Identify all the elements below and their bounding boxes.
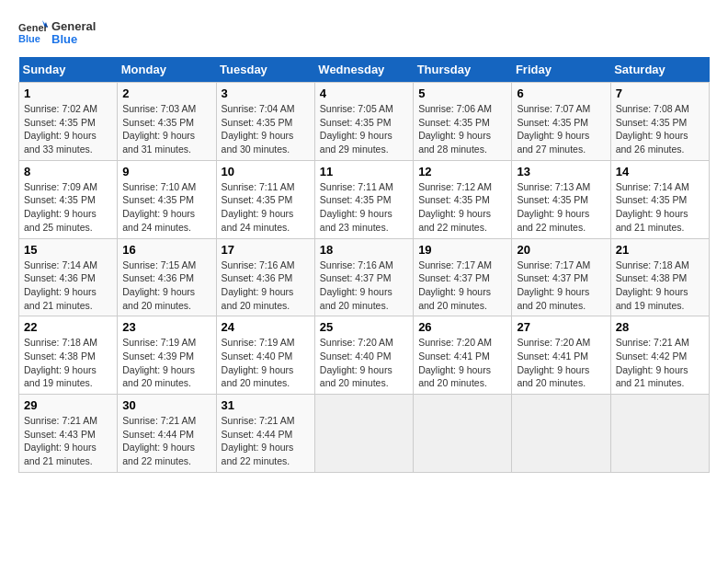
calendar-day: 28Sunrise: 7:21 AMSunset: 4:42 PMDayligh… (610, 316, 709, 395)
calendar-day: 10Sunrise: 7:11 AMSunset: 4:35 PMDayligh… (216, 160, 314, 238)
calendar-day: 2Sunrise: 7:03 AMSunset: 4:35 PMDaylight… (118, 83, 216, 161)
calendar-day: 26Sunrise: 7:20 AMSunset: 4:41 PMDayligh… (414, 316, 512, 395)
day-number: 18 (320, 243, 408, 257)
day-number: 3 (222, 86, 310, 100)
day-detail: Sunrise: 7:10 AMSunset: 4:35 PMDaylight:… (122, 180, 210, 235)
day-number: 26 (418, 320, 506, 334)
day-detail: Sunrise: 7:18 AMSunset: 4:38 PMDaylight:… (616, 259, 704, 313)
day-detail: Sunrise: 7:11 AMSunset: 4:35 PMDaylight:… (222, 180, 310, 235)
day-detail: Sunrise: 7:21 AMSunset: 4:44 PMDaylight:… (122, 414, 210, 468)
day-detail: Sunrise: 7:15 AMSunset: 4:36 PMDaylight:… (122, 259, 210, 313)
calendar-day: 27Sunrise: 7:20 AMSunset: 4:41 PMDayligh… (512, 316, 610, 395)
day-detail: Sunrise: 7:16 AMSunset: 4:37 PMDaylight:… (320, 259, 408, 313)
calendar-week-3: 15Sunrise: 7:14 AMSunset: 4:36 PMDayligh… (19, 238, 710, 316)
day-number: 1 (24, 86, 112, 100)
calendar-day: 22Sunrise: 7:18 AMSunset: 4:38 PMDayligh… (19, 316, 118, 395)
calendar-day: 9Sunrise: 7:10 AMSunset: 4:35 PMDaylight… (118, 160, 216, 238)
day-detail: Sunrise: 7:21 AMSunset: 4:42 PMDaylight:… (616, 336, 704, 390)
calendar-day: 17Sunrise: 7:16 AMSunset: 4:36 PMDayligh… (216, 238, 314, 316)
day-number: 15 (24, 243, 112, 257)
day-detail: Sunrise: 7:16 AMSunset: 4:36 PMDaylight:… (222, 259, 310, 313)
calendar-week-5: 29Sunrise: 7:21 AMSunset: 4:43 PMDayligh… (19, 395, 710, 473)
logo-name-general: General (51, 20, 96, 33)
day-number: 2 (122, 86, 210, 100)
day-detail: Sunrise: 7:20 AMSunset: 4:41 PMDaylight:… (517, 336, 605, 390)
calendar-week-1: 1Sunrise: 7:02 AMSunset: 4:35 PMDaylight… (19, 83, 710, 161)
calendar-day (512, 395, 610, 473)
day-detail: Sunrise: 7:19 AMSunset: 4:40 PMDaylight:… (222, 336, 310, 390)
day-detail: Sunrise: 7:19 AMSunset: 4:39 PMDaylight:… (122, 336, 210, 390)
day-number: 21 (616, 243, 704, 257)
svg-text:General: General (18, 22, 48, 33)
day-detail: Sunrise: 7:02 AMSunset: 4:35 PMDaylight:… (24, 102, 112, 156)
calendar-day: 4Sunrise: 7:05 AMSunset: 4:35 PMDaylight… (314, 83, 413, 161)
day-number: 20 (517, 243, 605, 257)
calendar-day: 16Sunrise: 7:15 AMSunset: 4:36 PMDayligh… (118, 238, 216, 316)
day-number: 16 (122, 243, 210, 257)
weekday-header-sunday: Sunday (19, 57, 118, 83)
calendar-table: SundayMondayTuesdayWednesdayThursdayFrid… (18, 57, 710, 473)
day-number: 30 (122, 398, 210, 412)
calendar-day: 1Sunrise: 7:02 AMSunset: 4:35 PMDaylight… (19, 83, 118, 161)
day-detail: Sunrise: 7:03 AMSunset: 4:35 PMDaylight:… (122, 102, 210, 156)
calendar-day: 8Sunrise: 7:09 AMSunset: 4:35 PMDaylight… (19, 160, 118, 238)
weekday-header-monday: Monday (118, 57, 216, 83)
day-number: 29 (24, 398, 112, 412)
calendar-day: 29Sunrise: 7:21 AMSunset: 4:43 PMDayligh… (19, 395, 118, 473)
calendar-day: 18Sunrise: 7:16 AMSunset: 4:37 PMDayligh… (314, 238, 413, 316)
weekday-header-thursday: Thursday (414, 57, 512, 83)
calendar-day: 6Sunrise: 7:07 AMSunset: 4:35 PMDaylight… (512, 83, 610, 161)
calendar-day: 30Sunrise: 7:21 AMSunset: 4:44 PMDayligh… (118, 395, 216, 473)
calendar-day: 12Sunrise: 7:12 AMSunset: 4:35 PMDayligh… (414, 160, 512, 238)
day-number: 8 (24, 165, 112, 178)
calendar-day (610, 395, 709, 473)
day-number: 4 (320, 86, 408, 100)
logo: General Blue General Blue (18, 18, 96, 48)
day-number: 24 (222, 320, 310, 334)
day-detail: Sunrise: 7:17 AMSunset: 4:37 PMDaylight:… (418, 259, 506, 313)
day-number: 6 (517, 86, 605, 100)
page-header: General Blue General Blue (18, 18, 710, 48)
weekday-header-tuesday: Tuesday (216, 57, 314, 83)
logo-icon: General Blue (18, 18, 48, 48)
calendar-day: 11Sunrise: 7:11 AMSunset: 4:35 PMDayligh… (314, 160, 413, 238)
day-detail: Sunrise: 7:05 AMSunset: 4:35 PMDaylight:… (320, 102, 408, 156)
calendar-day: 3Sunrise: 7:04 AMSunset: 4:35 PMDaylight… (216, 83, 314, 161)
calendar-day: 5Sunrise: 7:06 AMSunset: 4:35 PMDaylight… (414, 83, 512, 161)
calendar-day: 31Sunrise: 7:21 AMSunset: 4:44 PMDayligh… (216, 395, 314, 473)
day-detail: Sunrise: 7:09 AMSunset: 4:35 PMDaylight:… (24, 180, 112, 235)
calendar-day: 20Sunrise: 7:17 AMSunset: 4:37 PMDayligh… (512, 238, 610, 316)
day-detail: Sunrise: 7:06 AMSunset: 4:35 PMDaylight:… (418, 102, 506, 156)
day-detail: Sunrise: 7:18 AMSunset: 4:38 PMDaylight:… (24, 336, 112, 390)
calendar-day: 23Sunrise: 7:19 AMSunset: 4:39 PMDayligh… (118, 316, 216, 395)
weekday-header-friday: Friday (512, 57, 610, 83)
day-number: 5 (418, 86, 506, 100)
logo-name-blue: Blue (51, 33, 96, 46)
calendar-day (314, 395, 413, 473)
day-number: 7 (616, 86, 704, 100)
day-detail: Sunrise: 7:21 AMSunset: 4:43 PMDaylight:… (24, 414, 112, 468)
calendar-day: 15Sunrise: 7:14 AMSunset: 4:36 PMDayligh… (19, 238, 118, 316)
weekday-header-saturday: Saturday (610, 57, 709, 83)
day-detail: Sunrise: 7:04 AMSunset: 4:35 PMDaylight:… (222, 102, 310, 156)
day-number: 14 (616, 165, 704, 178)
calendar-day: 24Sunrise: 7:19 AMSunset: 4:40 PMDayligh… (216, 316, 314, 395)
day-detail: Sunrise: 7:14 AMSunset: 4:35 PMDaylight:… (616, 180, 704, 235)
calendar-header: SundayMondayTuesdayWednesdayThursdayFrid… (19, 57, 710, 83)
day-number: 27 (517, 320, 605, 334)
day-number: 12 (418, 165, 506, 178)
day-detail: Sunrise: 7:21 AMSunset: 4:44 PMDaylight:… (222, 414, 310, 468)
calendar-day: 21Sunrise: 7:18 AMSunset: 4:38 PMDayligh… (610, 238, 709, 316)
day-detail: Sunrise: 7:14 AMSunset: 4:36 PMDaylight:… (24, 259, 112, 313)
calendar-day (414, 395, 512, 473)
day-detail: Sunrise: 7:13 AMSunset: 4:35 PMDaylight:… (517, 180, 605, 235)
calendar-day: 14Sunrise: 7:14 AMSunset: 4:35 PMDayligh… (610, 160, 709, 238)
svg-text:Blue: Blue (18, 33, 40, 44)
day-number: 19 (418, 243, 506, 257)
day-detail: Sunrise: 7:11 AMSunset: 4:35 PMDaylight:… (320, 180, 408, 235)
weekday-header-wednesday: Wednesday (314, 57, 413, 83)
calendar-day: 7Sunrise: 7:08 AMSunset: 4:35 PMDaylight… (610, 83, 709, 161)
calendar-day: 19Sunrise: 7:17 AMSunset: 4:37 PMDayligh… (414, 238, 512, 316)
day-detail: Sunrise: 7:12 AMSunset: 4:35 PMDaylight:… (418, 180, 506, 235)
day-number: 17 (222, 243, 310, 257)
